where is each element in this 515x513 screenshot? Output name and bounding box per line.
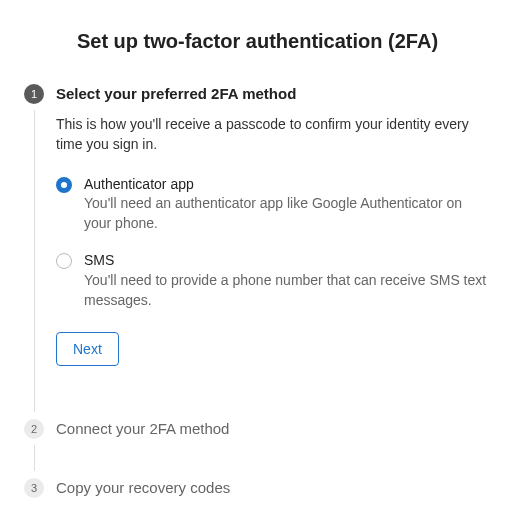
option-sms-sub: You'll need to provide a phone number th… — [84, 271, 491, 310]
option-sms-label: SMS — [84, 251, 491, 271]
radio-authenticator[interactable] — [56, 177, 72, 193]
step-3-header: 3 Copy your recovery codes — [24, 477, 491, 498]
option-authenticator-label: Authenticator app — [84, 175, 491, 195]
step-3-title: Copy your recovery codes — [56, 477, 230, 498]
step-1-description: This is how you'll receive a passcode to… — [56, 114, 491, 155]
page-title: Set up two-factor authentication (2FA) — [24, 30, 491, 53]
step-3-badge: 3 — [24, 478, 44, 498]
next-button[interactable]: Next — [56, 332, 119, 366]
option-authenticator[interactable]: Authenticator app You'll need an authent… — [56, 175, 491, 234]
radio-sms[interactable] — [56, 253, 72, 269]
option-authenticator-sub: You'll need an authenticator app like Go… — [84, 194, 491, 233]
option-sms[interactable]: SMS You'll need to provide a phone numbe… — [56, 251, 491, 310]
step-1-header: 1 Select your preferred 2FA method — [24, 83, 491, 104]
step-1-badge: 1 — [24, 84, 44, 104]
step-1-title: Select your preferred 2FA method — [56, 83, 296, 104]
step-1-body: This is how you'll receive a passcode to… — [56, 114, 491, 380]
connector-2-3 — [34, 445, 35, 471]
step-2-badge: 2 — [24, 419, 44, 439]
step-2-header: 2 Connect your 2FA method — [24, 418, 491, 439]
step-2-title: Connect your 2FA method — [56, 418, 229, 439]
